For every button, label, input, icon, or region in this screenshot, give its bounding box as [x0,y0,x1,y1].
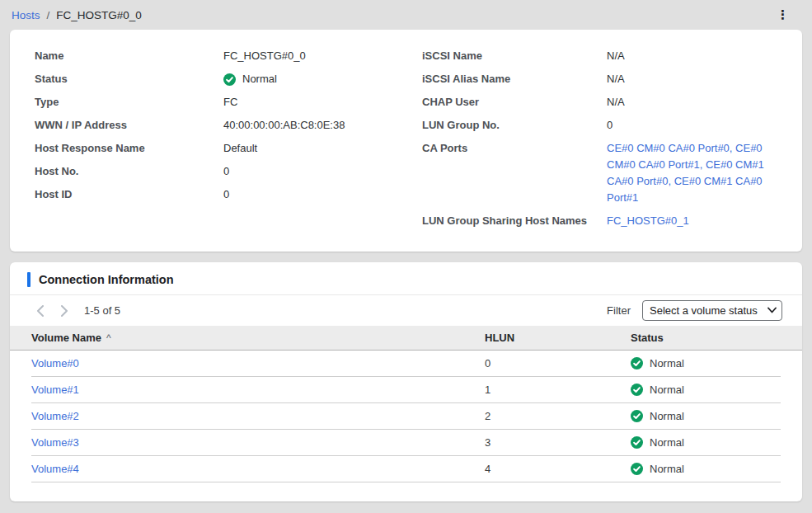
field-row: CA PortsCE#0 CM#0 CA#0 Port#0, CE#0 CM#0… [422,140,777,206]
table-row: Volume#33Normal [31,430,781,456]
connection-info-panel: Connection Information 1-5 of 5 Filter S… [10,262,802,501]
status-cell: Normal [631,463,781,475]
field-row: iSCSI NameN/A [422,48,777,64]
status-text: Normal [242,71,277,87]
field-row: LUN Group Sharing Host NamesFC_HOSTG#0_1 [422,213,777,229]
field-row: NameFC_HOSTG#0_0 [35,48,414,64]
status-ok-icon [631,357,643,369]
column-header-label: HLUN [485,332,514,344]
field-value: FC [223,94,237,111]
status-cell: Normal [631,436,781,449]
field-label: Name [35,48,223,64]
field-label: Host No. [35,163,223,180]
hlun-cell: 4 [485,463,631,475]
field-label: Host Response Name [35,140,223,157]
status-text: Normal [650,463,684,475]
field-value: 0 [607,117,777,134]
column-header-status[interactable]: Status [631,332,781,344]
field-row: CHAP UserN/A [422,94,777,111]
field-label: WWN / IP Address [35,117,223,134]
hlun-cell: 2 [485,410,631,422]
accent-bar [27,272,31,287]
volume-name-link[interactable]: Volume#1 [31,384,79,396]
breadcrumb-hosts-link[interactable]: Hosts [12,9,40,21]
status-text: Normal [650,436,684,449]
volume-status-select[interactable]: Select a volume status [642,300,782,321]
volume-name-link[interactable]: Volume#3 [31,436,79,449]
table-body: Volume#00NormalVolume#11NormalVolume#22N… [31,351,781,482]
volume-status-select-wrap: Select a volume status [642,300,782,321]
volume-name-link[interactable]: Volume#0 [31,357,79,369]
volume-name-link[interactable]: Volume#2 [31,410,79,422]
status-cell: Normal [631,384,781,396]
field-row: TypeFC [35,94,414,111]
chevron-left-icon [36,305,44,317]
field-value: 0 [223,186,229,203]
field-label: LUN Group Sharing Host Names [422,213,607,229]
hlun-cell: 1 [485,384,631,396]
field-value[interactable]: FC_HOSTG#0_1 [607,213,777,229]
column-header-hlun[interactable]: HLUN [485,332,631,344]
status-ok-icon [223,73,236,86]
field-label: CA Ports [422,140,607,206]
field-value: 40:00:00:00:AB:C8:0E:38 [223,117,345,134]
breadcrumb: Hosts / FC_HOSTG#0_0 ⋮ [0,0,812,30]
breadcrumb-current: FC_HOSTG#0_0 [56,9,142,21]
table-header-row: Volume Name^ HLUN Status [10,326,802,351]
status-ok-icon [631,410,643,422]
field-label: Host ID [35,186,223,203]
status-ok-icon [631,384,643,396]
filter-label: Filter [607,304,631,317]
status-cell: Normal [631,410,781,422]
status-text: Normal [650,410,684,422]
pagination-range: 1-5 of 5 [84,304,120,317]
status-ok-icon [631,463,643,475]
status-text: Normal [650,357,684,369]
hlun-cell: 0 [485,357,631,369]
details-left-column: NameFC_HOSTG#0_0StatusNormalTypeFCWWN / … [35,48,414,238]
kebab-menu-icon[interactable]: ⋮ [777,7,789,22]
section-header: Connection Information [10,262,802,295]
field-row: Host ID0 [35,186,414,203]
breadcrumb-separator: / [47,9,50,21]
field-value[interactable]: CE#0 CM#0 CA#0 Port#0, CE#0 CM#0 CA#0 Po… [607,140,777,206]
status-text: Normal [650,384,684,396]
hlun-cell: 3 [485,436,631,449]
field-value: 0 [223,163,229,180]
field-label: Status [35,71,223,87]
field-label: CHAP User [422,94,607,111]
details-right-column: iSCSI NameN/AiSCSI Alias NameN/ACHAP Use… [422,48,777,238]
field-row: LUN Group No.0 [422,117,777,134]
page: Hosts / FC_HOSTG#0_0 ⋮ NameFC_HOSTG#0_0S… [0,0,812,501]
field-label: iSCSI Name [422,48,607,64]
field-value: N/A [607,94,777,111]
volume-name-link[interactable]: Volume#4 [31,463,79,475]
next-page-button[interactable] [58,304,71,318]
status-ok-icon [631,436,643,449]
column-header-label: Volume Name [31,332,101,344]
column-header-volume-name[interactable]: Volume Name^ [31,332,485,344]
field-value: N/A [607,48,777,64]
table-toolbar: 1-5 of 5 Filter Select a volume status [10,295,802,326]
field-value: Normal [223,71,277,87]
field-row: iSCSI Alias NameN/A [422,71,777,87]
table-row: Volume#22Normal [31,403,781,430]
field-label: Type [35,94,223,111]
field-row: Host Response NameDefault [35,140,414,157]
sort-asc-icon: ^ [106,332,111,344]
prev-page-button[interactable] [33,304,46,318]
field-value: FC_HOSTG#0_0 [223,48,306,64]
field-label: iSCSI Alias Name [422,71,607,87]
host-details-panel: NameFC_HOSTG#0_0StatusNormalTypeFCWWN / … [10,30,802,252]
table-row: Volume#11Normal [31,377,781,403]
field-row: Host No.0 [35,163,414,180]
field-row: WWN / IP Address40:00:00:00:AB:C8:0E:38 [35,117,414,134]
chevron-right-icon [61,305,68,317]
column-header-label: Status [631,332,664,344]
section-title: Connection Information [39,273,174,286]
field-value: N/A [607,71,777,87]
field-value: Default [223,140,257,157]
status-cell: Normal [631,357,781,369]
table-row: Volume#00Normal [31,351,781,377]
table-row: Volume#44Normal [31,456,781,482]
